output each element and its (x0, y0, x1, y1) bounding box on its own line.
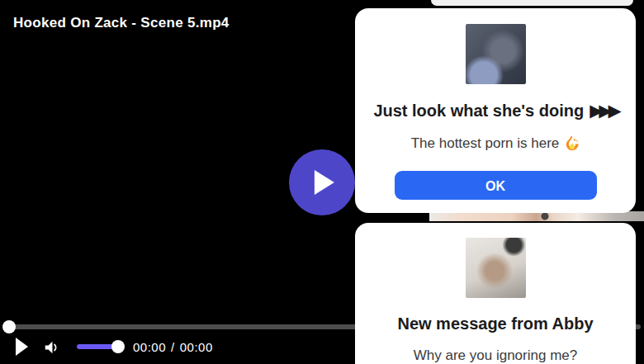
fire-emoji-icon (565, 135, 580, 151)
popup-ad-ok[interactable]: Just look what she's doing▶▶▶ The hottes… (355, 8, 636, 213)
mute-button[interactable] (43, 338, 61, 357)
popup-thumbnail-image[interactable] (466, 238, 526, 298)
popup-ad-message[interactable]: New message from Abby Why are you ignori… (355, 223, 636, 364)
triple-arrow-icon: ▶▶▶ (590, 101, 617, 120)
popup-headline: Just look what she's doing▶▶▶ (355, 102, 636, 119)
volume-slider-handle[interactable] (111, 340, 125, 353)
popup-thumbnail-image[interactable] (466, 24, 526, 84)
volume-icon (43, 338, 61, 357)
duration: 00:00 (180, 340, 213, 354)
ok-button[interactable]: OK (395, 171, 597, 200)
play-icon (315, 170, 334, 195)
play-button[interactable] (16, 338, 28, 356)
seek-bar-handle[interactable] (2, 320, 16, 333)
time-display: 00:00 / 00:00 (133, 340, 213, 354)
current-time: 00:00 (133, 340, 166, 354)
page: Hooked On Zack - Scene 5.mp4 00:00 / 00:… (0, 0, 644, 364)
video-title: Hooked On Zack - Scene 5.mp4 (13, 15, 230, 31)
popup-subtext: The hottest porn is here (355, 135, 636, 151)
time-separator: / (171, 340, 175, 354)
popup-subtext: Why are you ignoring me? (355, 348, 636, 362)
big-play-button[interactable] (289, 149, 355, 215)
background-popup-peek (431, 0, 633, 6)
popup-headline: New message from Abby (355, 315, 636, 332)
